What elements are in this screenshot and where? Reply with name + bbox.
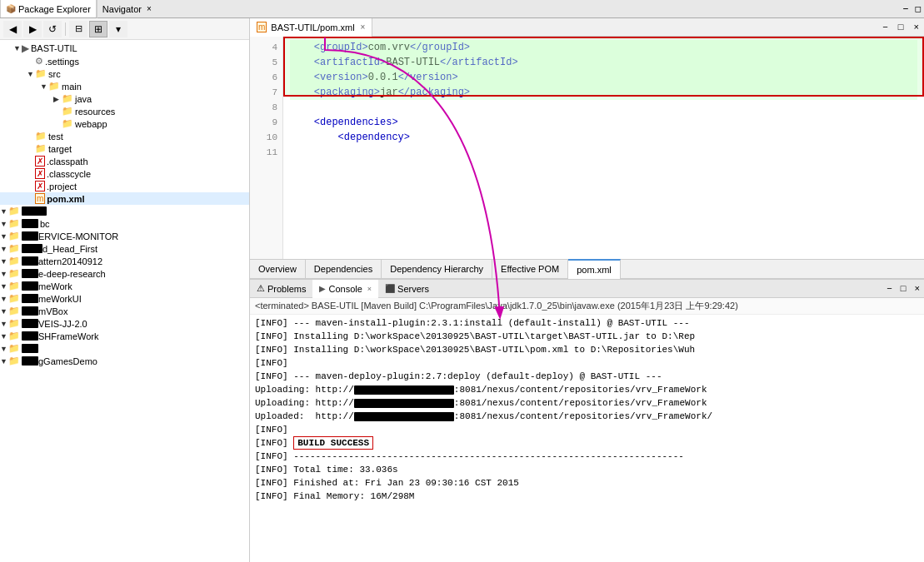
tree-item-pom-xml[interactable]: m pom.xml [0,192,249,205]
tree-label-sm: ERVICE-MONITOR [38,231,118,241]
pom-tab-overview[interactable]: Overview [250,259,306,279]
editor-close-btn[interactable]: × [908,22,924,32]
editor-minimize-btn[interactable]: − [877,22,893,32]
console-output[interactable]: [INFO] --- maven-install-plugin:2.3.1:in… [250,315,924,562]
console-minimize-btn[interactable]: − [882,284,897,294]
tab-package-explorer[interactable]: 📦 Package Explorer [0,0,97,17]
tab-pom-close[interactable]: × [361,22,366,32]
console-close-btn[interactable]: × [910,284,924,294]
right-panel: m BAST-UTIL/pom.xml × − □ × 4 5 6 7 [250,18,924,562]
forward-button[interactable]: ▶ [23,21,42,37]
tree-label-gd: gGamesDemo [38,356,97,366]
redacted-bar-1 [22,206,47,216]
tree-label-target: target [48,144,72,154]
tree-label-dr: e-deep-research [38,269,106,279]
tree-item-service-monitor[interactable]: ▼ 📁 ERVICE-MONITOR [0,230,249,242]
maximize-btn[interactable]: □ [912,3,924,14]
editor-maximize-btn[interactable]: □ [893,22,909,32]
redacted-bar-fw [22,281,38,291]
code-line-11 [290,145,917,160]
tree-item-veis[interactable]: ▼ 📁 VEIS-JJ-2.0 [0,317,249,330]
tree-item-resources[interactable]: 📁 resources [0,105,249,117]
code-editor[interactable]: 4 5 6 7 8 9 10 11 <groupId>com.vrv</grou… [250,37,924,259]
tree-item-settings[interactable]: ⚙ .settings [0,55,249,67]
folder-icon-test: 📁 [35,131,47,142]
redacted-bar-veis [22,319,38,328]
build-success-badge: BUILD SUCCESS [293,436,373,450]
console-tab-close[interactable]: × [367,285,372,293]
tab-navigator-close[interactable]: × [147,4,152,13]
line-number-5: 5 [250,55,282,70]
tree-item-unknown[interactable]: ▼ 📁 [0,342,249,355]
pom-tab-dependency-hierarchy[interactable]: Dependency Hierarchy [382,259,492,279]
code-lines[interactable]: <groupId>com.vrv</groupId> <artifactId>B… [283,37,924,259]
folder-icon-main: 📁 [48,81,60,92]
console-tab-problems[interactable]: ⚠ Problems [250,280,312,298]
folder-icon-unk: 📁 [8,343,20,354]
console-tab-console[interactable]: ▶ Console × [312,280,378,298]
tree-label-fw: meWork [38,281,72,291]
console-line-7: Uploading: http://:8081/nexus/content/re… [255,396,919,410]
folder-icon-r2: 📁 [8,218,20,229]
tab-navigator-label: Navigator [102,4,142,14]
tree-item-project[interactable]: ✗ .project [0,180,249,192]
console-tab-servers[interactable]: ⬛ Servers [378,280,436,298]
console-line-3: [INFO] Installing D:\workSpace\20130925\… [255,343,919,356]
pom-tab-dependencies[interactable]: Dependencies [306,259,382,279]
tree-arrow: ▼ [0,245,8,253]
tree-arrow: ▼ [0,307,8,316]
tree-item-target[interactable]: 📁 target [0,142,249,155]
tree-label-resources: resources [75,107,115,117]
redacted-bar-gd [22,356,38,366]
dropdown-button[interactable]: ▾ [109,21,127,37]
project-icon: ▶ [22,42,29,54]
pom-tab-pom-xml[interactable]: pom.xml [568,259,621,279]
tree-item-frameworkui[interactable]: ▼ 📁 meWorkUI [0,292,249,305]
tree-item-test[interactable]: 📁 test [0,130,249,142]
tree-item-java[interactable]: ▶ 📁 java [0,92,249,105]
tree-item-head-first[interactable]: ▼ 📁 d_Head_First [0,242,249,255]
console-line-6: Uploading: http://:8081/nexus/content/re… [255,383,919,396]
top-tab-bar: 📦 Package Explorer Navigator × − □ [0,0,924,18]
line-number-8: 8 [250,100,282,115]
tree-item-bast-util[interactable]: ▼ ▶ BAST-UTIL [0,42,249,55]
pom-tab-effective-pom[interactable]: Effective POM [492,259,568,279]
tree-item-src[interactable]: ▼ 📁 src [0,67,249,80]
tree-item-classpath[interactable]: ✗ .classpath [0,155,249,167]
tree-container[interactable]: ▼ ▶ BAST-UTIL ⚙ .settings ▼ � [0,40,249,562]
line-number-10: 10 [250,130,282,145]
tree-item-classcycle[interactable]: ✗ .classcycle [0,167,249,180]
tree-item-deep-research[interactable]: ▼ 📁 e-deep-research [0,267,249,280]
code-line-10: <dependency> [290,130,917,145]
tree-item-shframework[interactable]: ▼ 📁 SHFrameWork [0,330,249,342]
tree-label-pom-xml: pom.xml [47,194,84,204]
refresh-button[interactable]: ↺ [43,21,62,37]
redacted-bar-fwui [22,294,38,303]
folder-icon-resources: 📁 [62,106,73,117]
tree-item-framework[interactable]: ▼ 📁 meWork [0,280,249,292]
console-line-4: [INFO] [255,356,919,370]
tree-item-gamesdemo[interactable]: ▼ 📁 gGamesDemo [0,355,249,367]
collapse-button[interactable]: ⊟ [69,21,87,37]
tree-item-redacted-2[interactable]: ▼ 📁 bc [0,217,249,230]
redacted-bar-hf [22,244,42,253]
tree-label-classcycle: .classcycle [47,169,91,179]
tab-navigator[interactable]: Navigator × [97,0,157,18]
tree-item-redacted-1[interactable]: ▼ 📁 [0,205,249,217]
pom-xml-icon: m [35,193,45,204]
console-tab-bar: ⚠ Problems ▶ Console × ⬛ Servers − □ [250,280,924,298]
minimize-btn[interactable]: − [900,3,912,14]
tree-item-main[interactable]: ▼ 📁 main [0,80,249,92]
tree-label-fwui: meWorkUI [38,294,82,304]
tree-label-classpath: .classpath [47,157,88,167]
console-maximize-btn[interactable]: □ [897,284,911,294]
back-button[interactable]: ◀ [3,21,22,37]
tree-item-vmbox[interactable]: ▼ 📁 mVBox [0,305,249,317]
expand-button[interactable]: ⊞ [89,21,107,37]
console-line-5: [INFO] --- maven-deploy-plugin:2.7:deplo… [255,370,919,383]
code-line-7: <packaging>jar</packaging> [290,85,917,100]
tree-item-webapp[interactable]: 📁 webapp [0,117,249,130]
tree-item-pattern[interactable]: ▼ 📁 attern20140912 [0,255,249,267]
tab-pom-xml[interactable]: m BAST-UTIL/pom.xml × [250,18,372,37]
tree-label-webapp: webapp [75,119,107,129]
